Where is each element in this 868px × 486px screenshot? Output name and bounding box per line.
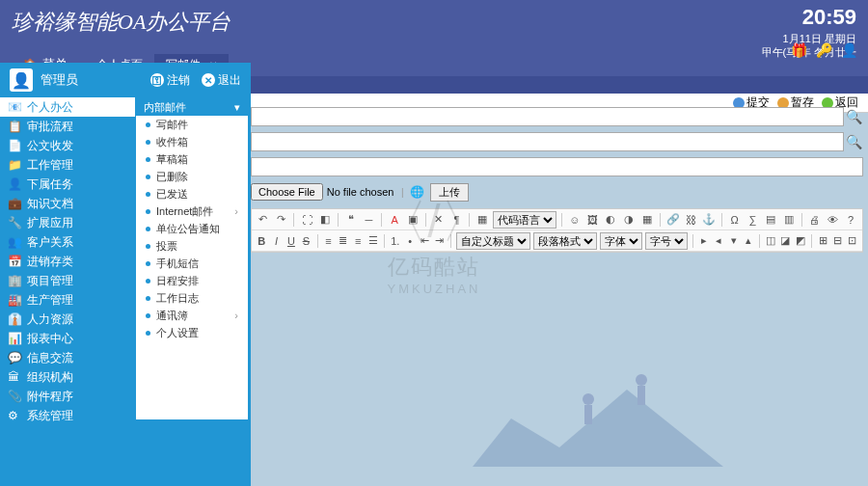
nav-item-10[interactable]: 🏭生产管理 xyxy=(0,290,135,310)
tool-sym2[interactable]: ∑ xyxy=(746,212,761,228)
nav-item-15[interactable]: 📎附件程序 xyxy=(0,387,135,406)
tool-m9[interactable]: ⊟ xyxy=(831,233,843,249)
tool-bg[interactable]: ▣ xyxy=(405,212,420,228)
tool-m7[interactable]: ◩ xyxy=(795,233,806,249)
nav-item-1[interactable]: 📋审批流程 xyxy=(0,117,135,136)
nav-item-3[interactable]: 📁工作管理 xyxy=(0,155,135,175)
submenu-item-10[interactable]: 工作日志 xyxy=(136,289,248,307)
tool-align-c[interactable]: ≣ xyxy=(338,233,349,249)
recipient-input[interactable] xyxy=(251,107,844,126)
code-lang-select[interactable]: 代码语言 xyxy=(493,211,556,229)
submenu-item-4[interactable]: 已发送 xyxy=(136,185,248,202)
gift-icon[interactable]: 🎁 xyxy=(791,42,806,58)
submenu-item-8[interactable]: 手机短信 xyxy=(136,255,248,272)
submenu-item-0[interactable]: 写邮件 xyxy=(136,116,248,133)
nav-item-5[interactable]: 💼知识文档 xyxy=(0,194,135,213)
tool-align-j[interactable]: ☰ xyxy=(366,233,378,249)
submenu-item-12[interactable]: 个人设置 xyxy=(136,324,248,341)
nav-item-4[interactable]: 👤下属任务 xyxy=(0,175,135,194)
svg-rect-1 xyxy=(584,405,592,424)
nav-item-11[interactable]: 👔人力资源 xyxy=(0,310,135,329)
user-icon[interactable]: 👤 xyxy=(841,42,856,58)
tool-sym3[interactable]: ▤ xyxy=(763,212,778,228)
tool-indent[interactable]: ⇥ xyxy=(434,233,446,249)
tool-fullscreen[interactable]: ⛶ xyxy=(299,212,314,228)
submenu-item-3[interactable]: 已删除 xyxy=(136,168,248,185)
subject-input[interactable] xyxy=(251,157,863,176)
nav-item-13[interactable]: 💬信息交流 xyxy=(0,348,135,367)
tool-m10[interactable]: ⊡ xyxy=(847,233,858,249)
tool-help[interactable]: ? xyxy=(843,212,858,228)
tool-anchor[interactable]: ⚓ xyxy=(701,212,717,228)
tool-sym4[interactable]: ▥ xyxy=(781,212,797,228)
tool-m3[interactable]: ▾ xyxy=(727,233,739,249)
tool-pre[interactable]: ▦ xyxy=(475,212,490,228)
tool-misc2[interactable]: ◑ xyxy=(621,212,637,228)
tool-outdent[interactable]: ⇤ xyxy=(419,233,430,249)
tool-undo[interactable]: ↶ xyxy=(256,212,271,228)
nav-item-8[interactable]: 📅进销存类 xyxy=(0,252,135,271)
tool-hr[interactable]: ─ xyxy=(362,212,377,228)
tool-table[interactable]: ▦ xyxy=(639,212,655,228)
nav-item-14[interactable]: 🏛组织机构 xyxy=(0,367,135,387)
key-icon[interactable]: 🔑 xyxy=(816,42,831,58)
submenu-item-9[interactable]: 日程安排 xyxy=(136,272,248,289)
upload-button[interactable]: 上传 xyxy=(430,183,469,202)
nav-label: 工作管理 xyxy=(27,157,73,174)
submenu-item-1[interactable]: 收件箱 xyxy=(136,133,248,150)
search-cc-icon[interactable]: 🔍 xyxy=(844,134,863,149)
submenu-header[interactable]: 内部邮件 ▾ xyxy=(136,98,248,116)
nav-item-9[interactable]: 🏢项目管理 xyxy=(0,271,135,290)
nav-item-2[interactable]: 📄公文收发 xyxy=(0,136,135,155)
tool-misc1[interactable]: ◐ xyxy=(603,212,618,228)
tool-clear[interactable]: ✕ xyxy=(431,212,447,228)
tool-img[interactable]: 🖼 xyxy=(585,212,601,228)
tool-m8[interactable]: ⊞ xyxy=(817,233,828,249)
submenu-item-2[interactable]: 草稿箱 xyxy=(136,150,248,168)
file-input[interactable] xyxy=(251,183,395,201)
nav-item-7[interactable]: 👥客户关系 xyxy=(0,232,135,252)
search-recipient-icon[interactable]: 🔍 xyxy=(844,109,863,124)
tool-m5[interactable]: ◫ xyxy=(765,233,776,249)
tool-link[interactable]: 🔗 xyxy=(665,212,681,228)
logout-button[interactable]: ⚿注销 xyxy=(150,72,190,89)
tool-strike[interactable]: S xyxy=(300,233,312,249)
preset-para[interactable]: 段落格式 xyxy=(533,232,597,250)
tool-sym1[interactable]: Ω xyxy=(727,212,743,228)
tool-ol[interactable]: 1. xyxy=(390,233,401,249)
preset-heading[interactable]: 自定义标题 xyxy=(456,232,530,250)
tool-unlink[interactable]: ⛓ xyxy=(683,212,698,228)
tool-redo[interactable]: ↷ xyxy=(274,212,289,228)
tool-emoji[interactable]: ☺ xyxy=(567,212,583,228)
tool-m4[interactable]: ▴ xyxy=(743,233,754,249)
submenu-item-11[interactable]: 通讯簿 xyxy=(136,307,248,324)
submenu-item-5[interactable]: Internet邮件 xyxy=(136,202,248,220)
tool-source[interactable]: ◧ xyxy=(317,212,333,228)
tool-print[interactable]: 🖨 xyxy=(807,212,823,228)
nav-icon: 📄 xyxy=(8,139,21,152)
tool-bold[interactable]: B xyxy=(256,233,267,249)
tool-align-l[interactable]: ≡ xyxy=(322,233,334,249)
submenu-item-6[interactable]: 单位公告通知 xyxy=(136,220,248,237)
exit-button[interactable]: ✕退出 xyxy=(202,72,241,89)
tool-m6[interactable]: ◪ xyxy=(779,233,791,249)
tool-quote[interactable]: ❝ xyxy=(343,212,359,228)
nav-item-6[interactable]: 🔧扩展应用 xyxy=(0,213,135,232)
tool-m2[interactable]: ◂ xyxy=(713,233,724,249)
tool-preview[interactable]: 👁 xyxy=(825,212,840,228)
tool-color[interactable]: A xyxy=(387,212,402,228)
nav-item-16[interactable]: ⚙系统管理 xyxy=(0,406,135,425)
tool-italic[interactable]: I xyxy=(270,233,282,249)
preset-font[interactable]: 字体 xyxy=(600,232,642,250)
nav-label: 附件程序 xyxy=(27,389,73,405)
tool-ul[interactable]: • xyxy=(404,233,416,249)
nav-item-12[interactable]: 📊报表中心 xyxy=(0,329,135,348)
tool-align-r[interactable]: ≡ xyxy=(352,233,364,249)
nav-item-0[interactable]: 📧个人办公 xyxy=(0,97,135,117)
preset-size[interactable]: 字号 xyxy=(645,232,688,250)
tool-underline[interactable]: U xyxy=(285,233,297,249)
cc-input[interactable] xyxy=(251,132,844,151)
tool-format[interactable]: ¶ xyxy=(449,212,465,228)
tool-m1[interactable]: ▸ xyxy=(698,233,710,249)
submenu-item-7[interactable]: 投票 xyxy=(136,237,248,255)
